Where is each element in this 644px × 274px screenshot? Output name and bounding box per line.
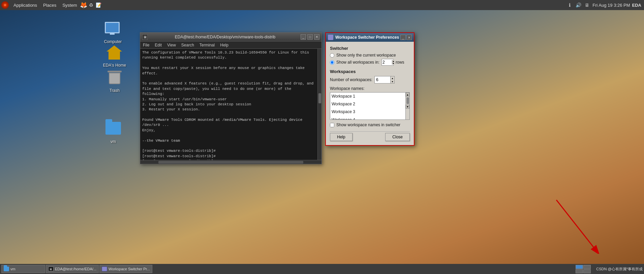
desktop-icon-trash[interactable]: Trash <box>101 71 128 93</box>
home-label: EDA's Home <box>103 63 126 68</box>
radio-all-label: Show all workspaces in: <box>336 60 379 65</box>
info-icon[interactable]: ℹ <box>566 2 573 8</box>
rows-spin-down[interactable]: ▼ <box>392 62 395 65</box>
workspace-switcher-grid[interactable] <box>576 265 591 273</box>
terminal-body[interactable]: The configuration of VMware Tools 10.3.2… <box>140 49 321 160</box>
workspace-item-1[interactable]: Workspace 1 <box>330 93 405 100</box>
rows-spin-up[interactable]: ▲ <box>392 60 395 62</box>
taskbar-item-terminal[interactable]: ▣ EDA@test:/home/EDA/... <box>46 265 99 273</box>
terminal-menu-edit[interactable]: Edit <box>152 42 164 48</box>
taskbar-folder-icon <box>4 267 9 271</box>
terminal-close-btn[interactable]: ✕ <box>314 34 319 40</box>
taskbar-terminal-icon: ▣ <box>48 267 54 271</box>
workspace-item-4[interactable]: Workspace 4 <box>330 116 405 120</box>
close-button[interactable]: Close <box>385 133 410 141</box>
rows-spinner-buttons: ▲ ▼ <box>392 60 395 65</box>
list-scroll-down-btn[interactable]: ▼ <box>406 105 409 109</box>
vm-label: vm <box>111 139 116 144</box>
system-menu[interactable]: System <box>60 2 80 8</box>
desktop-icon-vm[interactable]: vm <box>100 122 127 144</box>
terminal-window: ▣ EDA@test:/home/EDA/Desktop/vm/vmware-t… <box>140 32 322 164</box>
num-workspaces-label: Number of workspaces: <box>330 77 372 82</box>
taskbar-right: CSDN @心有所属*事有所成 <box>576 265 643 273</box>
workspaces-section-title: Workspaces <box>330 69 410 74</box>
hostname: EDA <box>632 3 641 8</box>
terminal-menubar: File Edit View Search Terminal Help <box>140 41 321 49</box>
workspace-cell-2[interactable] <box>583 265 591 269</box>
trash-label: Trash <box>110 88 120 93</box>
volume-icon[interactable]: 🔊 <box>575 2 582 8</box>
taskbar-prefs-label: Workspace Switcher Pr... <box>109 267 150 271</box>
terminal-bottom-scrollbar[interactable] <box>140 160 321 164</box>
num-spin-down[interactable]: ▼ <box>390 80 394 83</box>
num-workspaces-spinner[interactable]: 6 ▲ ▼ <box>374 76 395 83</box>
rows-input[interactable]: 2 <box>382 59 392 65</box>
sticky-notes-icon[interactable]: 📝 <box>95 2 102 8</box>
terminal-menu-search[interactable]: Search <box>179 42 197 48</box>
radio-current-label: Show only the current workspace <box>336 53 396 58</box>
list-scroll-up-btn[interactable]: ▲ <box>406 93 409 97</box>
computer-icon-img <box>105 22 121 38</box>
switcher-section-title: Switcher <box>330 46 410 51</box>
top-panel-right: ℹ 🔊 🖥 Fri Aug 19 3:26 PM EDA <box>566 2 644 8</box>
rows-spinner[interactable]: 2 ▲ ▼ <box>381 59 394 66</box>
places-menu[interactable]: Places <box>40 2 59 8</box>
num-workspaces-input[interactable]: 6 <box>375 76 390 83</box>
terminal-small-icon: ▣ <box>142 34 148 40</box>
terminal-menu-file[interactable]: File <box>140 42 152 48</box>
terminal-titlebar: ▣ EDA@test:/home/EDA/Desktop/vm/vmware-t… <box>140 33 321 41</box>
gnome-icon <box>1 1 9 9</box>
terminal-menu-view[interactable]: View <box>164 42 179 48</box>
terminal-text: The configuration of VMware Tools 10.3.2… <box>142 50 319 160</box>
clock: Fri Aug 19 3:26 PM <box>592 3 630 8</box>
taskbar: vm ▣ EDA@test:/home/EDA/... Workspace Sw… <box>0 264 644 274</box>
top-panel-left: Applications Places System 🦊 ♻ 📝 <box>0 1 102 9</box>
workspace-list-container[interactable]: Workspace 1 Workspace 2 Workspace 3 Work… <box>330 92 410 120</box>
pref-buttons: Help Close <box>330 131 410 141</box>
terminal-minimize-btn[interactable]: _ <box>301 34 306 40</box>
terminal-menu-terminal[interactable]: Terminal <box>197 42 217 48</box>
taskbar-terminal-label: EDA@test:/home/EDA/... <box>55 267 96 271</box>
num-spin-up[interactable]: ▲ <box>390 76 394 80</box>
workspace-item-3[interactable]: Workspace 3 <box>330 108 405 116</box>
taskbar-prefs-icon <box>102 267 107 271</box>
taskbar-item-prefs[interactable]: Workspace Switcher Pr... <box>99 265 152 273</box>
workspace-names-label: Workspace names: <box>330 86 410 91</box>
desktop-icon-computer[interactable]: Computer <box>99 22 126 44</box>
pref-titlebar: Workspace Switcher Preferences _ ✕ <box>326 33 414 42</box>
applications-menu[interactable]: Applications <box>11 2 40 8</box>
taskbar-item-vm[interactable]: vm <box>1 265 45 273</box>
radio-current-workspace[interactable] <box>330 53 334 58</box>
workspace-cell-4[interactable] <box>583 269 591 273</box>
checkbox-row: Show workspace names in switcher <box>330 123 410 127</box>
help-button[interactable]: Help <box>330 133 352 141</box>
workspace-item-2[interactable]: Workspace 2 <box>330 100 405 108</box>
workspace-cell-3[interactable] <box>576 269 583 273</box>
terminal-menu-help[interactable]: Help <box>217 42 231 48</box>
radio-all-workspaces[interactable] <box>330 60 334 65</box>
workspaces-section: Workspaces Number of workspaces: 6 ▲ ▼ W… <box>330 69 410 127</box>
desktop-icon-home[interactable]: EDA's Home <box>101 45 128 68</box>
refresh-icon[interactable]: ♻ <box>88 2 94 8</box>
num-spinner-buttons: ▲ ▼ <box>390 76 394 83</box>
terminal-title: EDA@test:/home/EDA/Desktop/vm/vmware-too… <box>150 35 301 39</box>
pref-dialog: Workspace Switcher Preferences _ ✕ Switc… <box>325 32 415 146</box>
terminal-scrollbar[interactable] <box>317 49 321 160</box>
workspace-cell-1[interactable] <box>576 265 583 269</box>
terminal-scroll-thumb <box>318 93 321 103</box>
pref-minimize-btn[interactable]: _ <box>400 35 406 40</box>
pref-close-btn[interactable]: ✕ <box>406 35 412 40</box>
svg-line-3 <box>556 200 593 247</box>
list-scrollbar[interactable]: ▲ ▼ <box>405 93 409 119</box>
trash-icon-img <box>106 71 123 87</box>
terminal-maximize-btn[interactable]: □ <box>307 34 313 40</box>
csdn-text: CSDN @心有所属*事有所成 <box>596 267 643 272</box>
show-names-checkbox[interactable] <box>330 123 334 127</box>
radio-row-current: Show only the current workspace <box>330 53 410 58</box>
computer-label: Computer <box>104 39 122 44</box>
network-icon[interactable]: 🖥 <box>584 2 590 8</box>
firefox-icon[interactable]: 🦊 <box>80 2 87 8</box>
show-names-label: Show workspace names in switcher <box>336 123 400 127</box>
top-panel: Applications Places System 🦊 ♻ 📝 ℹ 🔊 🖥 F… <box>0 0 644 10</box>
svg-point-1 <box>4 4 6 6</box>
